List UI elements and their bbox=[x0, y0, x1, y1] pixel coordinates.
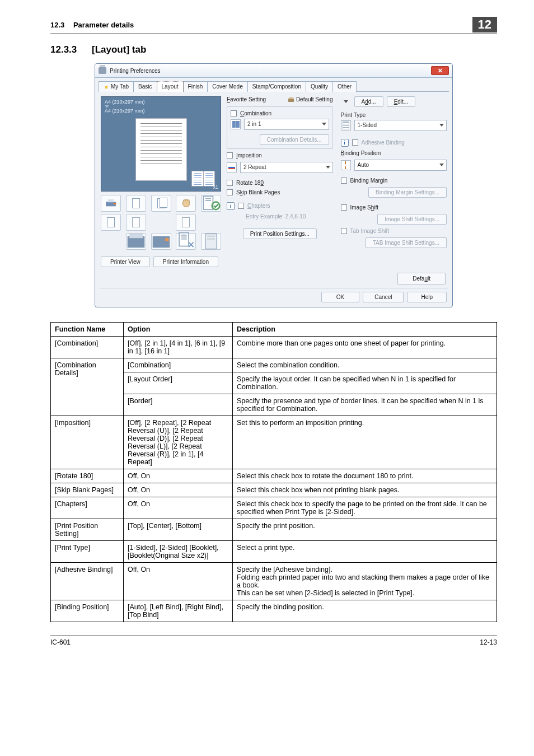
preview-mode-icon[interactable] bbox=[126, 195, 146, 212]
cell-description: Select this check box to rotate the docu… bbox=[233, 469, 497, 483]
tab-layout[interactable]: Layout bbox=[157, 81, 184, 91]
svg-rect-14 bbox=[181, 238, 187, 239]
printer-view-button[interactable]: Printer View bbox=[101, 256, 150, 267]
combination-dropdown[interactable]: 2 in 1 bbox=[244, 119, 329, 130]
svg-rect-2 bbox=[113, 203, 116, 204]
footer-right: 12-13 bbox=[480, 638, 497, 646]
cell-description: Select a print type. bbox=[233, 540, 497, 562]
ok-button[interactable]: OK bbox=[321, 292, 359, 302]
cell-description: Set this to perform an imposition printi… bbox=[233, 416, 497, 469]
chapters-checkbox[interactable] bbox=[238, 203, 244, 209]
binding-margin-settings-button[interactable]: Binding Margin Settings... bbox=[368, 187, 447, 198]
cell-option: [Off], [2 Repeat], [2 Repeat Reversal (U… bbox=[124, 416, 233, 469]
preview-mode-icon[interactable] bbox=[201, 195, 221, 212]
tab-image-shift-checkbox[interactable] bbox=[341, 228, 347, 234]
star-icon bbox=[104, 85, 109, 90]
svg-rect-12 bbox=[181, 235, 187, 236]
cell-function: [Print Position Setting] bbox=[51, 519, 124, 540]
window-titlebar: Printing Preferences ✕ bbox=[95, 64, 452, 78]
preview-mode-icon[interactable] bbox=[151, 195, 171, 212]
info-icon: i bbox=[227, 202, 235, 210]
cell-option: Off, On bbox=[124, 562, 233, 600]
page-header: 12.3 Parameter details 12 bbox=[50, 17, 497, 34]
cancel-button[interactable]: Cancel bbox=[363, 292, 404, 302]
image-shift-label: Image Shift bbox=[350, 204, 379, 211]
cell-function: [Binding Position] bbox=[51, 600, 124, 622]
cell-description: Specify the [Adhesive binding].Folding e… bbox=[233, 562, 497, 600]
imposition-checkbox[interactable] bbox=[227, 152, 233, 158]
svg-rect-17 bbox=[207, 238, 215, 239]
tab-basic[interactable]: Basic bbox=[133, 81, 157, 91]
section-number: 12.3 bbox=[50, 21, 64, 29]
tab-other[interactable]: Other bbox=[332, 81, 357, 91]
cell-function: [Skip Blank Pages] bbox=[51, 483, 124, 497]
image-shift-settings-button[interactable]: Image Shift Settings... bbox=[377, 214, 447, 225]
svg-rect-4 bbox=[205, 198, 211, 199]
preview-mode-icon[interactable] bbox=[151, 233, 171, 250]
imposition-dropdown[interactable]: 2 Repeat bbox=[240, 162, 333, 173]
favorite-edit-button[interactable]: Edit... bbox=[387, 96, 416, 107]
default-button[interactable]: Default bbox=[397, 273, 446, 284]
combination-checkbox[interactable] bbox=[231, 110, 237, 116]
col-description: Description bbox=[233, 322, 497, 336]
cell-function: [Adhesive Binding] bbox=[51, 562, 124, 600]
svg-rect-8 bbox=[129, 234, 143, 238]
favorite-current-value: Default Setting bbox=[296, 96, 333, 102]
tab-stamp-composition[interactable]: Stamp/Composition bbox=[247, 81, 306, 91]
parameters-table: Function Name Option Description [Combin… bbox=[50, 322, 497, 622]
footer-left: IC-601 bbox=[50, 638, 71, 646]
tab-my-tab[interactable]: My Tab bbox=[99, 81, 134, 91]
binding-position-dropdown[interactable]: Auto bbox=[354, 160, 447, 171]
preview-mode-icon[interactable] bbox=[176, 214, 196, 231]
print-type-dropdown[interactable]: 1-Sided bbox=[354, 120, 447, 131]
table-row: [Binding Position][Auto], [Left Bind], [… bbox=[51, 600, 497, 622]
binding-margin-checkbox[interactable] bbox=[341, 178, 347, 184]
favorite-add-button[interactable]: Add... bbox=[354, 96, 383, 107]
adhesive-checkbox[interactable] bbox=[352, 139, 358, 146]
printing-preferences-dialog: Printing Preferences ✕ My TabBasicLayout… bbox=[95, 63, 453, 307]
preview-mode-icon[interactable] bbox=[176, 195, 196, 212]
preview-mode-icon[interactable] bbox=[126, 214, 146, 231]
cell-description: Specify the presence and type of border … bbox=[233, 394, 497, 416]
printer-information-button[interactable]: Printer Information bbox=[153, 256, 218, 267]
table-row: [Print Position Setting][Top], [Center],… bbox=[51, 519, 497, 540]
tab-quality[interactable]: Quality bbox=[306, 81, 333, 91]
tab-image-shift-label: Tab Image Shift bbox=[350, 228, 389, 234]
subsection-heading: 12.3.3 [Layout] tab bbox=[50, 44, 497, 55]
skip-blank-checkbox[interactable] bbox=[227, 189, 233, 195]
info-icon: i bbox=[341, 139, 349, 147]
tab-image-shift-settings-button[interactable]: TAB Image Shift Settings... bbox=[366, 237, 447, 248]
binding-icon bbox=[341, 160, 351, 170]
preview-mode-icon[interactable] bbox=[126, 233, 146, 250]
adhesive-label: Adhesive Binding bbox=[362, 139, 405, 146]
combination-details-button[interactable]: Combination Details... bbox=[260, 134, 329, 145]
repeat-icon bbox=[227, 162, 237, 172]
combination-label: Combination bbox=[240, 110, 271, 116]
preview-mode-icon[interactable] bbox=[176, 233, 196, 250]
print-position-settings-button[interactable]: Print Position Settings... bbox=[243, 228, 317, 239]
cell-option: Off, On bbox=[124, 469, 233, 483]
svg-rect-16 bbox=[207, 235, 215, 236]
preview-mode-icon[interactable] bbox=[101, 195, 121, 212]
cell-function: [Rotate 180] bbox=[51, 469, 124, 483]
preview-mode-icon[interactable] bbox=[101, 214, 121, 231]
cell-option: Off, On bbox=[124, 483, 233, 497]
cell-option: [Top], [Center], [Bottom] bbox=[124, 519, 233, 540]
rotate-label: Rotate 180 bbox=[236, 180, 264, 186]
cell-description: Select this check box to specify the pag… bbox=[233, 497, 497, 519]
table-row: [Adhesive Binding]Off, OnSpecify the [Ad… bbox=[51, 562, 497, 600]
help-button[interactable]: Help bbox=[407, 292, 447, 302]
rotate-checkbox[interactable] bbox=[227, 180, 233, 186]
col-function: Function Name bbox=[51, 322, 124, 336]
cell-function: [Imposition] bbox=[51, 416, 124, 469]
cell-function: [Combination Details] bbox=[51, 358, 124, 416]
chapter-badge: 12 bbox=[472, 17, 497, 32]
preview-mode-icon[interactable] bbox=[201, 233, 221, 250]
close-button[interactable]: ✕ bbox=[431, 66, 449, 75]
cell-function: [Combination] bbox=[51, 336, 124, 358]
cell-description: Specify the print position. bbox=[233, 519, 497, 540]
image-shift-checkbox[interactable] bbox=[341, 204, 347, 211]
cell-description: Specify the layout order. It can be spec… bbox=[233, 372, 497, 394]
tab-finish[interactable]: Finish bbox=[183, 81, 208, 91]
tab-cover-mode[interactable]: Cover Mode bbox=[207, 81, 247, 91]
